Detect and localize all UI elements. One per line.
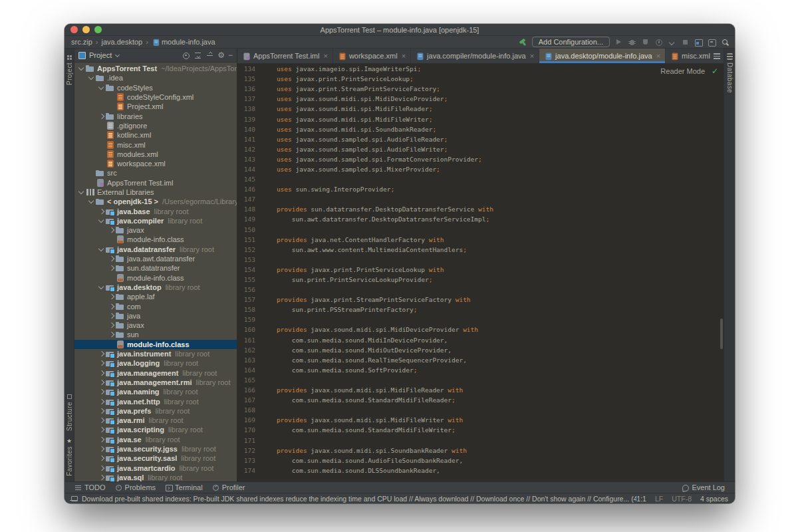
chevron-right-icon[interactable] bbox=[97, 426, 106, 434]
tab-workspace.xml[interactable]: workspace.xml× bbox=[333, 49, 411, 63]
chevron-right-icon[interactable] bbox=[107, 264, 116, 273]
locate-icon[interactable] bbox=[182, 51, 190, 60]
hide-panel-icon[interactable]: − bbox=[228, 51, 233, 60]
chevron-down-icon[interactable] bbox=[97, 83, 106, 92]
tool-window-button-profiler[interactable]: Profiler bbox=[207, 483, 250, 491]
chevron-right-icon[interactable] bbox=[107, 226, 116, 235]
tree-item-java.datatransfer[interactable]: java.datatransferlibrary root bbox=[74, 245, 237, 254]
chevron-right-icon[interactable] bbox=[97, 435, 106, 444]
chevron-right-icon[interactable] bbox=[97, 416, 106, 425]
tool-window-button-todo[interactable]: TODO bbox=[70, 483, 110, 491]
settings-gear-icon[interactable]: ⚙ bbox=[217, 51, 225, 60]
tab-java.compiler-module-info.java[interactable]: java.compiler/module-info.java× bbox=[411, 49, 539, 63]
tree-item-AppsTorrent-Test[interactable]: AppsTorrent Test~/IdeaProjects/AppsTorre… bbox=[74, 64, 237, 73]
chevron-right-icon[interactable] bbox=[97, 454, 106, 463]
tree-item-javax[interactable]: javax bbox=[74, 225, 237, 235]
chevron-down-icon[interactable] bbox=[77, 65, 86, 73]
project-panel-title[interactable]: Project bbox=[89, 51, 112, 59]
tree-item-java.smartcardio[interactable]: java.smartcardiolibrary root bbox=[74, 463, 237, 472]
event-log-button[interactable]: Event Log bbox=[677, 483, 730, 491]
chevron-right-icon[interactable] bbox=[97, 112, 106, 120]
tree-item-java.base[interactable]: java.baselibrary root bbox=[74, 206, 237, 215]
tool-window-button-terminal[interactable]: Terminal bbox=[160, 483, 207, 491]
tab-misc.xml[interactable]: misc.xml× bbox=[666, 49, 712, 63]
tree-item-java.awt.datatransfer[interactable]: java.awt.datatransfer bbox=[74, 254, 237, 263]
tree-item-.gitignore[interactable]: .gitignore bbox=[74, 121, 237, 130]
tree-item-java.logging[interactable]: java.logginglibrary root bbox=[74, 358, 237, 368]
project-window-icon[interactable] bbox=[694, 38, 703, 47]
tool-window-button-problems[interactable]: Problems bbox=[110, 483, 160, 491]
tree-item-java.net.http[interactable]: java.net.httplibrary root bbox=[74, 396, 237, 406]
chevron-right-icon[interactable] bbox=[97, 359, 106, 368]
chevron-down-icon[interactable] bbox=[87, 198, 96, 206]
tree-item-java.prefs[interactable]: java.prefslibrary root bbox=[74, 406, 237, 416]
tree-item-java.scripting[interactable]: java.scriptinglibrary root bbox=[74, 425, 237, 434]
tree-item-java.se[interactable]: java.selibrary root bbox=[74, 435, 237, 444]
breadcrumb-item-module-info.java[interactable]: module-info.java bbox=[152, 38, 215, 47]
tool-tab-project[interactable]: Project bbox=[66, 63, 73, 85]
tree-item-java.security.sasl[interactable]: java.security.sasllibrary root bbox=[74, 454, 237, 463]
chevron-right-icon[interactable] bbox=[97, 473, 106, 481]
tree-item-java.desktop[interactable]: java.desktoplibrary root bbox=[74, 283, 237, 292]
run-icon[interactable] bbox=[614, 38, 623, 47]
tab-AppsTorrent-Test.iml[interactable]: AppsTorrent Test.iml× bbox=[237, 49, 333, 63]
tree-item-libraries[interactable]: libraries bbox=[74, 111, 237, 120]
chevron-right-icon[interactable] bbox=[97, 350, 106, 358]
chevron-right-icon[interactable] bbox=[97, 207, 106, 215]
tree-item-src[interactable]: src bbox=[74, 168, 237, 178]
tool-tab-favorites[interactable]: Favorites bbox=[66, 446, 73, 476]
chevron-right-icon[interactable] bbox=[107, 311, 116, 320]
preview-window-icon[interactable] bbox=[708, 38, 716, 47]
status-item-4-spaces[interactable]: 4 spaces bbox=[700, 495, 728, 503]
add-configuration-button[interactable]: Add Configuration... bbox=[532, 37, 610, 47]
tree-item-java.security.jgss[interactable]: java.security.jgsslibrary root bbox=[74, 444, 237, 454]
tree-item-java.naming[interactable]: java.naminglibrary root bbox=[74, 387, 237, 396]
run-options-chevron-icon[interactable] bbox=[668, 38, 676, 47]
close-tab-icon[interactable]: × bbox=[323, 52, 327, 60]
profiler-icon[interactable] bbox=[654, 38, 663, 47]
close-tab-icon[interactable]: × bbox=[402, 52, 406, 60]
coverage-icon[interactable] bbox=[641, 38, 650, 47]
chevron-down-icon[interactable] bbox=[97, 216, 106, 225]
project-view-chevron-icon[interactable] bbox=[115, 53, 120, 58]
chevron-right-icon[interactable] bbox=[97, 388, 106, 396]
stop-icon[interactable] bbox=[681, 38, 690, 47]
tree-item-module-info.class[interactable]: module-info.class bbox=[74, 340, 237, 349]
build-hammer-icon[interactable] bbox=[519, 38, 527, 47]
close-tab-icon[interactable]: × bbox=[656, 52, 660, 60]
tree-item-workspace.xml[interactable]: workspace.xml bbox=[74, 159, 237, 168]
tree-item-java[interactable]: java bbox=[74, 311, 237, 321]
tree-item-.idea[interactable]: .idea bbox=[74, 73, 237, 82]
tree-item-apple.laf[interactable]: apple.laf bbox=[74, 292, 237, 301]
editor-scrollbar[interactable] bbox=[720, 319, 723, 349]
chevron-right-icon[interactable] bbox=[97, 397, 106, 406]
tool-tab-database[interactable]: Database bbox=[726, 63, 733, 93]
tree-item-module-info.class[interactable]: module-info.class bbox=[74, 273, 237, 283]
hidden-tabs-icon[interactable] bbox=[714, 53, 720, 59]
close-tab-icon[interactable]: × bbox=[530, 52, 534, 60]
tree-item-Project.xml[interactable]: Project.xml bbox=[74, 102, 237, 111]
tree-item-java.management[interactable]: java.managementlibrary root bbox=[74, 368, 237, 378]
chevron-down-icon[interactable] bbox=[77, 188, 86, 197]
tree-item-java.sql[interactable]: java.sqllibrary root bbox=[74, 473, 237, 481]
chevron-right-icon[interactable] bbox=[107, 302, 116, 311]
reader-mode-label[interactable]: Reader Mode bbox=[660, 67, 705, 75]
status-message[interactable]: Download pre-built shared indexes: Pre-b… bbox=[82, 495, 636, 503]
breadcrumb-item-src.zip[interactable]: src.zip bbox=[71, 38, 92, 46]
tab-java.desktop-module-info.java[interactable]: java.desktop/module-info.java× bbox=[539, 49, 666, 63]
inspections-check-icon[interactable]: ✓ bbox=[712, 66, 718, 76]
code-editor[interactable]: Reader Mode ✓ 134 uses javax.imageio.spi… bbox=[237, 64, 724, 481]
chevron-right-icon[interactable] bbox=[107, 331, 116, 339]
tree-item-java.compiler[interactable]: java.compilerlibrary root bbox=[74, 216, 237, 225]
chevron-down-icon[interactable] bbox=[87, 74, 96, 82]
tree-item-java.instrument[interactable]: java.instrumentlibrary root bbox=[74, 349, 237, 358]
chevron-right-icon[interactable] bbox=[97, 378, 106, 386]
search-everywhere-icon[interactable] bbox=[721, 38, 730, 47]
chevron-right-icon[interactable] bbox=[97, 445, 106, 454]
tree-item--openjdk-15-[interactable]: < openjdk-15 >/Users/egormac/Library/Jav… bbox=[74, 197, 237, 206]
chevron-right-icon[interactable] bbox=[97, 368, 106, 377]
status-widget-icon[interactable] bbox=[70, 495, 77, 502]
chevron-down-icon[interactable] bbox=[97, 283, 106, 291]
status-item-LF[interactable]: LF bbox=[655, 495, 663, 503]
tree-item-misc.xml[interactable]: misc.xml bbox=[74, 140, 237, 149]
